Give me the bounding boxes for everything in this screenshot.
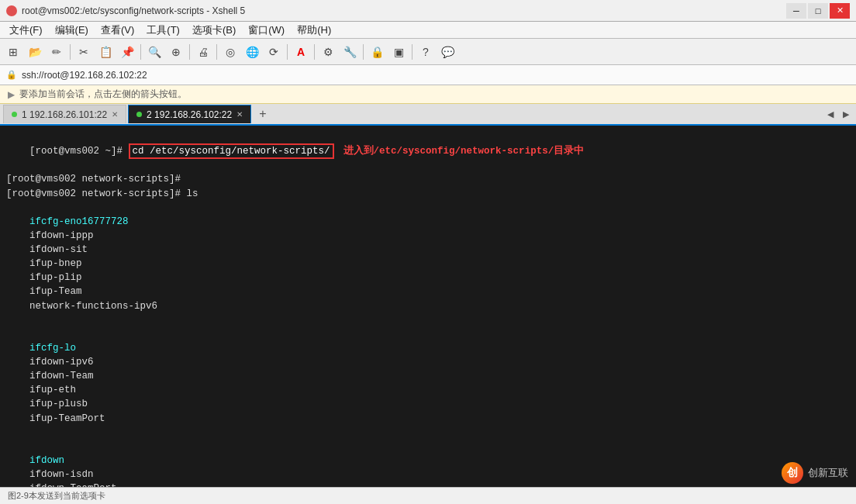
menu-view[interactable]: 查看(V): [95, 22, 140, 39]
address-bar: 🔒 ssh://root@192.168.26.102:22: [0, 65, 856, 85]
minimize-button[interactable]: ─: [786, 3, 806, 19]
terminal-ls-3: ifdown ifdown-isdn ifdown-TeamPort ifup-…: [6, 440, 850, 487]
address-icon: 🔒: [6, 70, 17, 80]
tab-add-button[interactable]: +: [253, 105, 272, 123]
tab-2[interactable]: 2 192.168.26.102:22 ✕: [128, 105, 251, 123]
tab-1-dot: [12, 112, 17, 117]
tb-new[interactable]: ⊞: [3, 42, 23, 62]
title-bar: root@vms002:/etc/sysconfig/network-scrip…: [0, 0, 856, 22]
tb-help[interactable]: ?: [416, 42, 436, 62]
status-text: 图2-9本发送到当前选项卡: [8, 490, 105, 502]
status-bar: 图2-9本发送到当前选项卡 创 创新互联: [0, 487, 856, 504]
terminal-line-1: [root@vms002 ~]# cd /etc/sysconfig/netwo…: [6, 130, 850, 172]
window-controls: ─ □ ✕: [786, 3, 850, 19]
tab-2-dot: [136, 112, 142, 117]
tab-navigation: ◀ ▶: [823, 107, 853, 121]
tb-grid[interactable]: ▣: [388, 42, 409, 62]
tab-1-close[interactable]: ✕: [112, 110, 118, 119]
terminal-line-3: [root@vms002 network-scripts]# ls: [6, 187, 850, 201]
tab-next[interactable]: ▶: [839, 107, 853, 121]
close-button[interactable]: ✕: [830, 3, 850, 19]
toolbar: ⊞ 📂 ✏ ✂ 📋 📌 🔍 ⊕ 🖨 ◎ 🌐 ⟳ A ⚙ 🔧 🔒 ▣ ? 💬: [0, 39, 856, 65]
tb-paste[interactable]: 📌: [117, 42, 137, 62]
tb-globe[interactable]: 🌐: [242, 42, 262, 62]
window-title: root@vms002:/etc/sysconfig/network-scrip…: [22, 5, 245, 16]
tb-cut[interactable]: ✂: [74, 42, 94, 62]
menu-window[interactable]: 窗口(W): [242, 22, 291, 39]
terminal-ls-1: ifcfg-eno16777728 ifdown-ippp ifdown-sit…: [6, 201, 850, 327]
info-bar: ▶ 要添加当前会话，点击左侧的箭头按钮。: [0, 85, 856, 104]
tab-prev[interactable]: ◀: [823, 107, 837, 121]
tab-1[interactable]: 1 192.168.26.101:22 ✕: [3, 105, 126, 123]
maximize-button[interactable]: □: [808, 3, 828, 19]
tb-chat[interactable]: 💬: [437, 42, 457, 62]
address-text: ssh://root@192.168.26.102:22: [22, 70, 850, 81]
watermark-name: 创新互联: [808, 466, 848, 480]
tab-bar: 1 192.168.26.101:22 ✕ 2 192.168.26.102:2…: [0, 104, 856, 126]
tab-2-close[interactable]: ✕: [236, 110, 243, 119]
tab-2-label: 2 192.168.26.102:22: [147, 109, 232, 120]
tb-sync[interactable]: ⟳: [264, 42, 284, 62]
tb-search[interactable]: 🔍: [144, 42, 164, 62]
tb-circle[interactable]: ◎: [220, 42, 240, 62]
menu-tabs[interactable]: 选项卡(B): [186, 22, 242, 39]
watermark: 创 创新互联: [782, 462, 848, 484]
tb-settings2[interactable]: 🔧: [340, 42, 360, 62]
tb-open[interactable]: 📂: [25, 42, 45, 62]
menu-bar: 文件(F) 编辑(E) 查看(V) 工具(T) 选项卡(B) 窗口(W) 帮助(…: [0, 22, 856, 39]
terminal-line-2: [root@vms002 network-scripts]#: [6, 172, 850, 186]
tb-edit[interactable]: ✏: [47, 42, 67, 62]
terminal-ls-2: ifcfg-lo ifdown-ipv6 ifdown-Team ifup-et…: [6, 327, 850, 440]
info-arrow-icon: ▶: [8, 89, 15, 100]
tab-1-label: 1 192.168.26.101:22: [22, 109, 107, 120]
tb-print[interactable]: 🖨: [193, 42, 213, 62]
tb-lock[interactable]: 🔒: [367, 42, 387, 62]
menu-help[interactable]: 帮助(H): [291, 22, 337, 39]
menu-edit[interactable]: 编辑(E): [49, 22, 95, 39]
tb-font[interactable]: A: [291, 42, 311, 62]
terminal-area[interactable]: [root@vms002 ~]# cd /etc/sysconfig/netwo…: [0, 126, 856, 487]
menu-file[interactable]: 文件(F): [3, 22, 49, 39]
tb-copy[interactable]: 📋: [95, 42, 116, 62]
app-icon: [6, 5, 17, 16]
tb-settings1[interactable]: ⚙: [318, 42, 338, 62]
info-text: 要添加当前会话，点击左侧的箭头按钮。: [19, 88, 187, 101]
tb-zoom[interactable]: ⊕: [166, 42, 186, 62]
menu-tools[interactable]: 工具(T): [140, 22, 186, 39]
watermark-logo: 创: [782, 462, 803, 484]
